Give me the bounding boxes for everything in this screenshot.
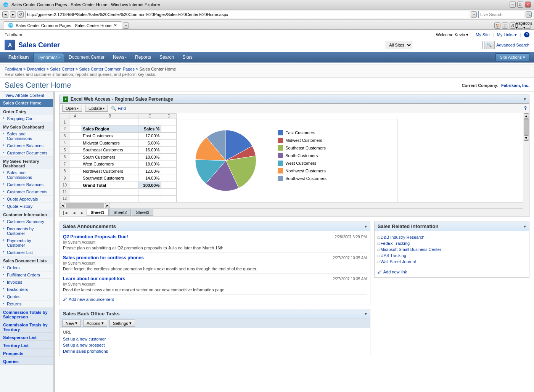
ewa-collapse-btn[interactable]: ▾ xyxy=(524,96,526,102)
sheet-tab-1[interactable]: Sheet1 xyxy=(87,209,109,216)
sidebar-item-orders[interactable]: Orders xyxy=(0,264,53,272)
nav-tab-sites[interactable]: Sites xyxy=(179,53,196,61)
sidebar-item-cust-balances-2[interactable]: Customer Balances xyxy=(0,181,53,188)
sheet-next-btn[interactable]: ► xyxy=(79,210,86,215)
nav-tab-document-center[interactable]: Document Center xyxy=(65,53,108,61)
ss-hscroll-thumb[interactable] xyxy=(66,203,104,208)
sidebar-item-prospects[interactable]: Prospects xyxy=(0,349,53,357)
related-link-wsj[interactable]: Wall Street Journal xyxy=(378,259,526,265)
sheet-first-btn[interactable]: |◄ xyxy=(61,210,70,215)
bc-dynamics[interactable]: Dynamics xyxy=(27,67,45,71)
welcome-text[interactable]: Welcome Kevin ▾ xyxy=(436,32,468,37)
related-link-ups[interactable]: UPS Tracking xyxy=(378,252,526,259)
navbar-brand[interactable]: Fabrikam xyxy=(5,53,32,61)
task-settings-btn[interactable]: Settings ▾ xyxy=(109,320,135,327)
sidebar-section-territory[interactable]: My Sales Territory Dashboard xyxy=(0,157,53,169)
my-site-link[interactable]: My Site xyxy=(476,32,490,37)
site-search-input[interactable] xyxy=(414,41,483,49)
ss-vscroll-thumb[interactable] xyxy=(524,119,529,135)
sidebar-item-quote-history[interactable]: Quote History xyxy=(0,203,53,210)
restore-btn[interactable]: □ xyxy=(517,2,523,8)
bc-fabrikam[interactable]: Fabrikam xyxy=(5,67,22,71)
ie-home-icon[interactable]: 🏠 xyxy=(494,22,500,29)
task-item-2[interactable]: Set up a new prospect xyxy=(63,342,367,348)
sidebar-section-my-dashboard[interactable]: My Sales Dashboard xyxy=(0,122,53,130)
sidebar-item-cust-docs-2[interactable]: Customer Documents xyxy=(0,188,53,196)
sidebar-section-order-entry[interactable]: Order Entry xyxy=(0,107,53,115)
back-office-collapse-btn[interactable]: ▾ xyxy=(365,311,367,316)
ss-vscroll[interactable]: ▲ ▼ xyxy=(523,113,529,217)
browser-tab-active[interactable]: 🌐 Sales Center Common Pages - Sales Cent… xyxy=(3,21,122,29)
site-actions-btn[interactable]: Site Actions ▾ xyxy=(495,53,529,61)
ie-tools-btn[interactable]: Tools ▾ xyxy=(525,22,531,29)
nav-tab-reports[interactable]: Reports xyxy=(131,53,155,61)
sheet-tab-2[interactable]: Sheet2 xyxy=(109,209,131,216)
sheet-prev-btn[interactable]: ◄ xyxy=(71,210,78,215)
sidebar-item-sales-commissions-1[interactable]: Sales and Commissions xyxy=(0,130,53,142)
sidebar-item-cust-summary[interactable]: Customer Summary xyxy=(0,218,53,225)
ann-title-1[interactable]: Q2 Promotion Proposals Due! xyxy=(63,234,128,239)
sidebar-item-returns[interactable]: Returns xyxy=(0,300,53,308)
nav-tab-dynamics[interactable]: Dynamics ▾ xyxy=(33,53,64,62)
sidebar-item-docs-by-cust[interactable]: Documents by Customer xyxy=(0,225,53,237)
sidebar-item-cust-balances-1[interactable]: Customer Balances xyxy=(0,142,53,149)
sidebar-item-queries[interactable]: Queries xyxy=(0,357,53,365)
sheet-tab-3[interactable]: Sheet3 xyxy=(132,209,153,216)
site-search-button[interactable]: 🔍 xyxy=(484,41,495,49)
bc-sales-center[interactable]: Sales Center xyxy=(50,67,74,71)
sidebar-item-invoices[interactable]: Invoices xyxy=(0,279,53,286)
bc-common-pages[interactable]: Sales Center Common Pages xyxy=(79,67,135,71)
task-actions-btn[interactable]: Actions ▾ xyxy=(83,320,107,327)
browser-search-input[interactable] xyxy=(478,11,524,18)
minimize-btn[interactable]: ─ xyxy=(510,2,516,8)
view-all-content-link[interactable]: View All Site Content xyxy=(0,92,53,99)
task-item-3[interactable]: Define sales promotions xyxy=(63,348,367,354)
browser-search-button[interactable]: 🔍 xyxy=(526,11,532,18)
ewa-find-btn[interactable]: 🔍 Find xyxy=(111,106,125,111)
sidebar-section-commission-salesperson[interactable]: Commission Totals by Salesperson xyxy=(0,308,53,320)
go-button[interactable]: → xyxy=(471,11,477,18)
new-tab-button[interactable]: + xyxy=(123,22,129,29)
announcements-collapse-btn[interactable]: ▾ xyxy=(365,224,367,229)
help-icon[interactable]: ? xyxy=(524,32,529,37)
sidebar-item-quotes[interactable]: Quotes xyxy=(0,293,53,300)
scroll-left-btn[interactable]: ◄ xyxy=(60,203,65,208)
sidebar-item-cust-list[interactable]: Customer List xyxy=(0,249,53,256)
scroll-right-btn[interactable]: ► xyxy=(105,203,110,208)
scroll-down-btn[interactable]: ▼ xyxy=(524,135,529,141)
scroll-up-btn[interactable]: ▲ xyxy=(524,113,529,119)
nav-tab-search[interactable]: Search xyxy=(156,53,178,61)
address-input[interactable] xyxy=(25,11,469,18)
advanced-search-link[interactable]: Advanced Search xyxy=(496,43,529,47)
task-item-1[interactable]: Set up a new customer xyxy=(63,336,367,342)
sidebar-item-cust-docs-1[interactable]: Customer Documents xyxy=(0,149,53,157)
sidebar-item-home[interactable]: Sales Center Home xyxy=(0,99,53,107)
ewa-open-btn[interactable]: Open ▾ xyxy=(62,105,82,112)
site-scope-select[interactable]: All Sites xyxy=(386,41,412,49)
add-link-btn[interactable]: 🖊 Add new link xyxy=(378,268,526,274)
ie-feeds-icon[interactable]: 📰 xyxy=(502,22,508,29)
nav-tab-news[interactable]: News ▾ xyxy=(109,53,130,61)
sidebar-item-quote-approvals[interactable]: Quote Approvals xyxy=(0,196,53,203)
sidebar-item-shopping-cart[interactable]: Shopping Cart xyxy=(0,115,53,122)
ie-page-btn[interactable]: Page ▾ xyxy=(517,22,523,29)
ss-hscroll[interactable]: ◄ ► xyxy=(60,202,523,208)
ie-print-icon[interactable]: 🖨 xyxy=(510,22,516,29)
forward-button[interactable]: ► xyxy=(10,11,16,18)
related-link-microsoft[interactable]: Microsoft Small Business Center xyxy=(378,246,526,252)
tab-close-icon[interactable]: ✕ xyxy=(114,23,117,28)
ann-title-2[interactable]: Sales promotion for cordless phones xyxy=(63,255,144,260)
sidebar-section-commission-territory[interactable]: Commission Totals by Territory xyxy=(0,320,53,333)
sidebar-item-backorders[interactable]: Backorders xyxy=(0,286,53,293)
ewa-update-btn[interactable]: Update ▾ xyxy=(85,105,108,112)
related-link-fedex[interactable]: FedEx Tracking xyxy=(378,240,526,246)
ann-title-3[interactable]: Learn about our competitors xyxy=(63,276,125,281)
my-links-link[interactable]: My Links ▾ xyxy=(497,32,517,37)
sidebar-section-sales-docs[interactable]: Sales Document Lists xyxy=(0,256,53,264)
sidebar-item-salesperson-list[interactable]: Salesperson List xyxy=(0,333,53,341)
related-link-dnb[interactable]: D&B Industry Research xyxy=(378,234,526,240)
refresh-button[interactable]: ↺ xyxy=(18,11,24,18)
close-btn[interactable]: ✕ xyxy=(525,2,531,8)
sidebar-item-territory-list[interactable]: Territory List xyxy=(0,341,53,349)
sidebar-item-payments-by-cust[interactable]: Payments by Customer xyxy=(0,237,53,249)
